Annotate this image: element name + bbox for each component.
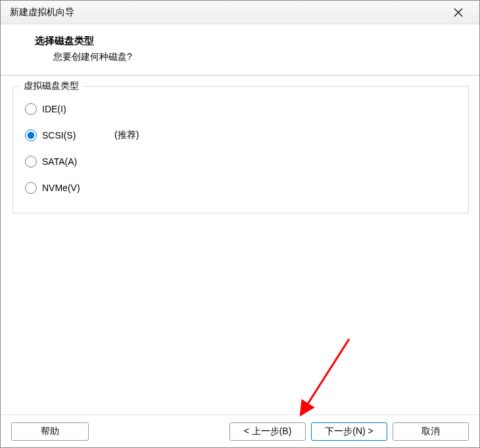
radio-label-sata: SATA(A) xyxy=(42,156,101,167)
radio-ide[interactable] xyxy=(25,103,37,115)
radio-row-sata[interactable]: SATA(A) xyxy=(25,150,456,173)
wizard-dialog: 新建虚拟机向导 选择磁盘类型 您要创建何种磁盘? 虚拟磁盘类型 IDE(I) S… xyxy=(0,0,480,448)
disk-type-group: 虚拟磁盘类型 IDE(I) SCSI(S) (推荐) SATA(A) NVMe(… xyxy=(12,86,469,213)
radio-sata[interactable] xyxy=(25,156,37,168)
radio-nvme[interactable] xyxy=(25,182,37,194)
back-button[interactable]: < 上一步(B) xyxy=(229,422,306,441)
radio-row-nvme[interactable]: NVMe(V) xyxy=(25,176,456,200)
wizard-body: 虚拟磁盘类型 IDE(I) SCSI(S) (推荐) SATA(A) NVMe(… xyxy=(1,76,479,414)
next-button[interactable]: 下一步(N) > xyxy=(311,422,387,441)
close-button[interactable] xyxy=(446,1,470,24)
radio-label-scsi: SCSI(S) xyxy=(42,130,101,141)
wizard-footer: 帮助 < 上一步(B) 下一步(N) > 取消 xyxy=(1,414,479,447)
wizard-header: 选择磁盘类型 您要创建何种磁盘? xyxy=(1,24,479,76)
radio-row-scsi[interactable]: SCSI(S) (推荐) xyxy=(25,123,456,147)
close-icon xyxy=(454,8,463,17)
help-button[interactable]: 帮助 xyxy=(11,422,89,441)
titlebar: 新建虚拟机向导 xyxy=(1,1,479,24)
recommended-label: (推荐) xyxy=(114,129,139,141)
wizard-header-subtitle: 您要创建何种磁盘? xyxy=(53,51,461,63)
radio-label-nvme: NVMe(V) xyxy=(42,183,101,193)
titlebar-title: 新建虚拟机向导 xyxy=(10,7,446,18)
wizard-header-title: 选择磁盘类型 xyxy=(35,35,461,47)
disk-type-group-title: 虚拟磁盘类型 xyxy=(20,80,83,92)
cancel-button[interactable]: 取消 xyxy=(393,422,469,441)
radio-label-ide: IDE(I) xyxy=(42,104,101,114)
radio-row-ide[interactable]: IDE(I) xyxy=(25,97,456,121)
radio-scsi[interactable] xyxy=(25,129,37,141)
